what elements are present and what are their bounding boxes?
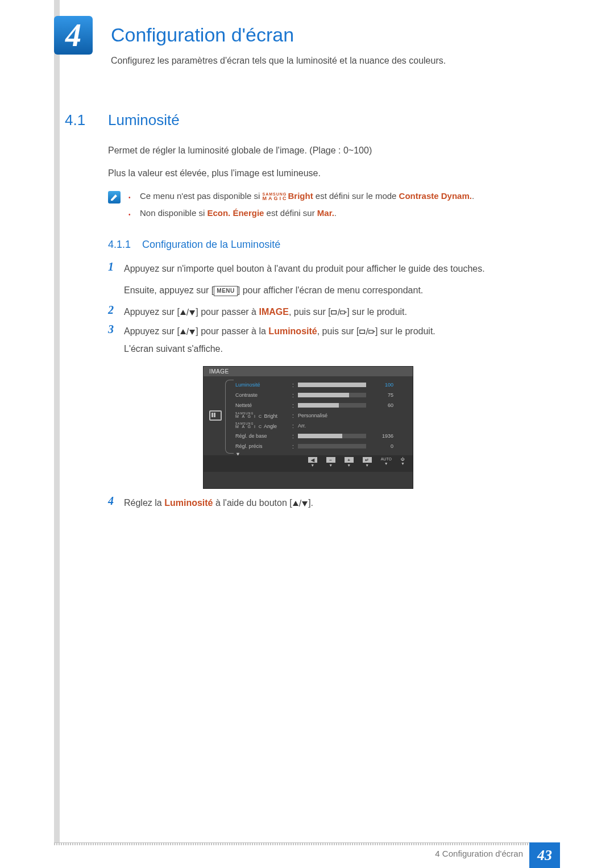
note-1-pre: Ce menu n'est pas disponible si (140, 191, 263, 201)
step-3-number: 3 (108, 323, 114, 336)
source-enter-icon: / (331, 306, 347, 319)
osd-row-magic-bright: SAMSUNGM A G I C Bright : Personnalisé (235, 410, 406, 421)
note-1-bright: Bright (288, 191, 313, 201)
step-1-number: 1 (108, 260, 114, 273)
osd-row-regl-precis: Régl. précis : 0 (235, 441, 406, 451)
step-2-body: Appuyez sur [ / ] pour passer à IMAGE, p… (124, 306, 533, 319)
chapter-intro: Configurez les paramètres d'écran tels q… (111, 56, 446, 66)
section-title: Luminosité (108, 111, 180, 129)
menu-button-label: MENU (214, 286, 237, 296)
source-enter-icon: / (359, 326, 375, 338)
svg-rect-6 (359, 330, 364, 334)
osd-row-luminosite: Luminosité : 100 (235, 380, 406, 390)
osd-btn-enter: ↵▼ (363, 457, 372, 467)
svg-marker-8 (293, 501, 298, 506)
osd-screenshot: IMAGE Luminosité : 100 Contraste : 75 Ne… (203, 366, 413, 489)
osd-category-icon (209, 410, 222, 421)
up-down-icon: / (180, 326, 196, 338)
osd-footer: ◀▼ −▼ +▼ ↵▼ AUTO▼ ⏻▼ (204, 455, 413, 472)
subsection-title: Configuration de la Luminosité (142, 239, 280, 251)
osd-header: IMAGE (204, 367, 413, 376)
bullet-icon: • (128, 194, 131, 201)
chapter-badge: 4 (54, 16, 93, 55)
svg-marker-0 (180, 310, 186, 315)
samsung-magic-brand: SAMSUNG MAGIC (263, 192, 288, 201)
note-2: Non disponible si Econ. Énergie est défi… (140, 208, 337, 218)
step-3-body: Appuyez sur [ / ] pour passer à la Lumin… (124, 325, 533, 356)
step-4-number: 4 (108, 495, 114, 508)
side-accent-bar (54, 0, 60, 842)
chapter-number: 4 (65, 17, 81, 53)
step-4-body: Réglez la Luminosité à l'aide du bouton … (124, 497, 533, 510)
note-1-highlight: Contraste Dynam. (399, 191, 472, 201)
osd-body: Luminosité : 100 Contraste : 75 Netteté … (204, 376, 413, 472)
svg-marker-9 (302, 501, 308, 506)
note-1: Ce menu n'est pas disponible si SAMSUNG … (140, 191, 474, 201)
osd-row-regl-base: Régl. de base : 1936 (235, 431, 406, 441)
osd-btn-auto: AUTO▼ (381, 457, 392, 466)
step-1-body: Appuyez sur n'importe quel bouton à l'av… (124, 263, 533, 297)
chapter-title: Configuration d'écran (111, 24, 294, 46)
osd-brace (225, 380, 234, 454)
osd-row-nettete: Netteté : 60 (235, 400, 406, 410)
footer-page-badge: 43 (529, 842, 560, 868)
up-down-icon: / (292, 497, 308, 510)
svg-rect-3 (341, 311, 345, 314)
page: 4 Configuration d'écran Configurez les p… (0, 0, 614, 868)
osd-btn-power: ⏻▼ (401, 457, 405, 466)
footer-divider (54, 842, 560, 845)
osd-row-magic-angle: SAMSUNGM A G I C Angle : Arr. (235, 421, 406, 431)
osd-row-contraste: Contraste : 75 (235, 390, 406, 400)
section-para-2: Plus la valeur est élevée, plus l'image … (108, 167, 321, 180)
svg-rect-2 (331, 311, 337, 314)
svg-marker-4 (180, 329, 186, 334)
osd-btn-back: ◀▼ (308, 457, 317, 467)
section-number: 4.1 (65, 111, 85, 129)
svg-marker-5 (189, 330, 195, 335)
svg-rect-7 (369, 330, 374, 333)
up-down-icon: / (180, 306, 196, 319)
section-para-1: Permet de régler la luminosité globale d… (108, 144, 372, 157)
footer-text: 4 Configuration d'écran (435, 849, 523, 858)
osd-btn-minus: −▼ (326, 457, 335, 467)
bullet-icon: • (128, 211, 131, 218)
osd-btn-plus: +▼ (345, 457, 354, 467)
subsection-number: 4.1.1 (108, 239, 131, 251)
svg-marker-1 (189, 310, 195, 315)
step-2-number: 2 (108, 304, 114, 317)
note-icon (108, 191, 121, 203)
page-number: 43 (537, 847, 552, 864)
